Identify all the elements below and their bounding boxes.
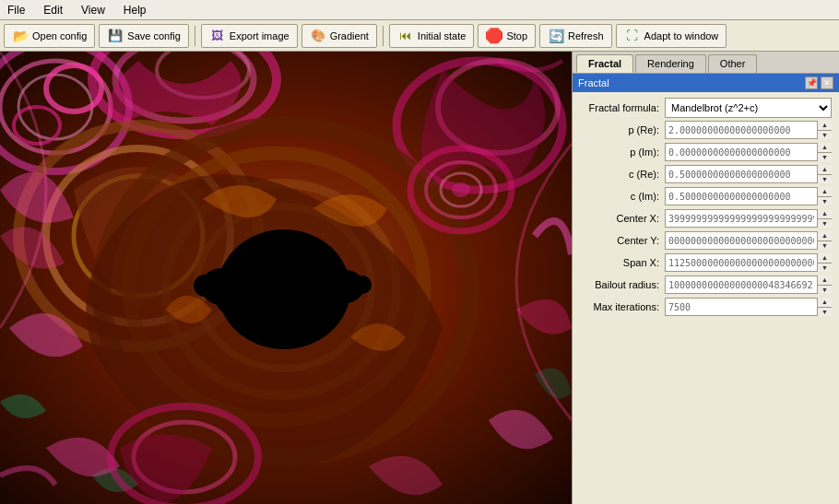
c-im-input[interactable]: [665, 187, 832, 205]
refresh-button[interactable]: 🔄 Refresh: [539, 24, 612, 48]
initial-icon: ⏮: [397, 28, 414, 44]
svg-point-28: [333, 264, 346, 277]
p-re-spinbtns: ▲ ▼: [817, 121, 832, 139]
p-im-down[interactable]: ▼: [818, 153, 832, 162]
toolbar: 📂 Open config 💾 Save config 🖼 Export ima…: [0, 20, 839, 52]
max-iterations-spinbtns: ▲ ▼: [817, 298, 832, 316]
center-x-label: Center X:: [580, 213, 665, 224]
c-re-input[interactable]: [665, 165, 832, 183]
bailout-radius-down[interactable]: ▼: [818, 286, 832, 295]
menu-edit[interactable]: Edit: [40, 4, 66, 17]
p-im-row: p (Im): ▲ ▼: [580, 142, 832, 162]
export-image-button[interactable]: 🖼 Export image: [201, 24, 298, 48]
svg-point-32: [353, 275, 372, 294]
center-x-spinbtns: ▲ ▼: [817, 209, 832, 228]
p-re-up[interactable]: ▲: [818, 121, 832, 131]
max-iterations-down[interactable]: ▼: [818, 308, 832, 317]
p-re-label: p (Re):: [580, 124, 665, 135]
max-iterations-label: Max iterations:: [580, 301, 665, 312]
menu-bar: File Edit View Help: [0, 0, 839, 20]
panel-title-bar: Fractal 📌 ✕: [573, 74, 839, 92]
center-y-spinbtns: ▲ ▼: [817, 231, 832, 250]
separator-1: [195, 26, 195, 46]
svg-point-36: [452, 182, 470, 197]
export-image-label: Export image: [230, 30, 290, 41]
span-x-down[interactable]: ▼: [818, 264, 832, 273]
p-im-label: p (Im):: [580, 147, 665, 158]
center-x-up[interactable]: ▲: [818, 209, 832, 219]
bailout-radius-spinbtns: ▲ ▼: [817, 275, 832, 294]
span-x-row: Span X: ▲ ▼: [580, 252, 832, 273]
p-im-spinbtns: ▲ ▼: [817, 143, 832, 161]
max-iterations-up[interactable]: ▲: [818, 298, 832, 308]
bailout-radius-input[interactable]: [665, 275, 832, 294]
p-im-up[interactable]: ▲: [818, 143, 832, 153]
p-re-down[interactable]: ▼: [818, 131, 832, 140]
span-x-spinbtns: ▲ ▼: [817, 253, 832, 272]
c-re-spinbtns: ▲ ▼: [817, 165, 832, 183]
center-y-input[interactable]: [665, 231, 832, 250]
center-x-input[interactable]: [665, 209, 832, 228]
initial-state-button[interactable]: ⏮ Initial state: [389, 24, 475, 48]
open-config-button[interactable]: 📂 Open config: [4, 24, 95, 48]
svg-point-26: [270, 238, 298, 262]
svg-point-27: [221, 264, 236, 278]
fractal-area[interactable]: [0, 52, 572, 504]
folder-icon: 📂: [12, 28, 29, 44]
gradient-label: Gradient: [330, 30, 369, 41]
save-icon: 💾: [107, 28, 124, 44]
center-y-up[interactable]: ▲: [818, 231, 832, 241]
span-x-label: Span X:: [580, 257, 665, 268]
tab-rendering[interactable]: Rendering: [635, 54, 706, 73]
p-re-input[interactable]: [665, 121, 832, 139]
tab-other[interactable]: Other: [708, 54, 758, 73]
span-x-input[interactable]: [665, 253, 832, 272]
bailout-radius-label: Bailout radius:: [580, 279, 665, 290]
p-re-row: p (Re): ▲ ▼: [580, 120, 832, 140]
max-iterations-input[interactable]: [665, 298, 832, 316]
stop-icon: 🛑: [486, 28, 502, 44]
svg-point-29: [250, 315, 266, 332]
fractal-formula-label: Fractal formula:: [580, 102, 665, 113]
c-im-up[interactable]: ▲: [818, 187, 832, 197]
fractal-image: [0, 52, 572, 504]
center-x-input-wrap: ▲ ▼: [665, 209, 832, 228]
export-icon: 🖼: [209, 28, 226, 44]
menu-file[interactable]: File: [4, 4, 29, 17]
center-y-row: Center Y: ▲ ▼: [580, 230, 832, 251]
fractal-formula-row: Fractal formula: Mandelbrot (z^2+c) Juli…: [580, 98, 832, 118]
refresh-label: Refresh: [568, 30, 604, 41]
svg-point-30: [304, 316, 319, 331]
adapt-label: Adapt to window: [644, 30, 719, 41]
open-config-label: Open config: [32, 30, 87, 41]
center-y-down[interactable]: ▼: [818, 241, 832, 251]
menu-view[interactable]: View: [77, 4, 109, 17]
right-panel: Fractal Rendering Other Fractal 📌 ✕ Frac…: [572, 52, 839, 504]
fractal-formula-select[interactable]: Mandelbrot (z^2+c) Julia Burning Ship Tr…: [665, 98, 832, 118]
c-re-up[interactable]: ▲: [818, 165, 832, 175]
p-im-input[interactable]: [665, 143, 832, 161]
gradient-button[interactable]: 🎨 Gradient: [301, 24, 377, 48]
save-config-button[interactable]: 💾 Save config: [99, 24, 188, 48]
c-im-down[interactable]: ▼: [818, 197, 832, 206]
stop-label: Stop: [506, 30, 527, 41]
span-x-input-wrap: ▲ ▼: [665, 253, 832, 272]
center-x-down[interactable]: ▼: [818, 219, 832, 229]
tabs-bar: Fractal Rendering Other: [573, 52, 839, 74]
span-x-up[interactable]: ▲: [818, 253, 832, 264]
c-re-down[interactable]: ▼: [818, 175, 832, 184]
adapt-button[interactable]: ⛶ Adapt to window: [616, 24, 727, 48]
panel-title-buttons: 📌 ✕: [805, 76, 833, 89]
center-x-row: Center X: ▲ ▼: [580, 208, 832, 229]
main-content: Fractal Rendering Other Fractal 📌 ✕ Frac…: [0, 52, 839, 504]
c-re-row: c (Re): ▲ ▼: [580, 164, 832, 184]
panel-pin-button[interactable]: 📌: [805, 76, 818, 89]
p-im-input-wrap: ▲ ▼: [665, 143, 832, 161]
stop-button[interactable]: 🛑 Stop: [478, 24, 536, 48]
bailout-radius-up[interactable]: ▲: [818, 275, 832, 286]
panel-close-button[interactable]: ✕: [821, 76, 833, 89]
max-iterations-row: Max iterations: ▲ ▼: [580, 297, 832, 317]
menu-help[interactable]: Help: [120, 4, 150, 17]
tab-fractal[interactable]: Fractal: [576, 54, 633, 73]
gradient-icon: 🎨: [310, 28, 326, 44]
